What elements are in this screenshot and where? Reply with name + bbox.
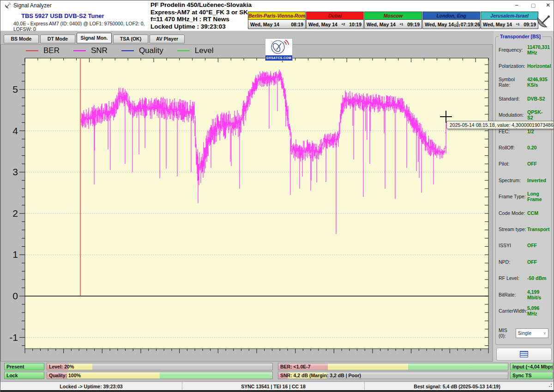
mis-dropdown-value: Single — [518, 330, 531, 336]
clock-date: Wed, May 14 — [483, 22, 512, 27]
mis-dropdown[interactable]: Single ∨ — [516, 328, 548, 338]
station-line-1: PF Prodelin 450/Lučenec-Slovakia — [151, 1, 259, 9]
status-badge-present: Present — [4, 363, 44, 370]
transponder-field: Polarization:Horizontal — [496, 58, 551, 74]
field-value: QPSK-S2 — [527, 109, 548, 120]
tab-signal-mon-[interactable]: Signal Mon. — [77, 33, 112, 43]
resize-grip[interactable] — [548, 383, 552, 388]
progress-bar: Quality: 100% — [47, 372, 273, 379]
clock-date: Wed, May 14 — [250, 22, 279, 27]
field-label: Pilot: — [499, 161, 527, 166]
field-label: Spectrum: — [499, 178, 527, 183]
field-value: 4,199 Mbit/s — [527, 289, 548, 300]
field-value: Long Frame — [527, 191, 548, 202]
transponder-groupbox-title: Transponder [BS] — [499, 34, 542, 39]
tab-tsa-ok-[interactable]: TSA (OK) — [113, 35, 148, 43]
legend-swatch-level — [177, 50, 190, 51]
field-value: Horizontal — [527, 63, 551, 69]
clock-utc-offset: +1 — [400, 23, 403, 26]
world-clocks: Berlin-Paris-Vienna-RomaWed, May 1408:19… — [248, 12, 539, 29]
transponder-field: Symbol Rate:4246,935 KS/s — [496, 74, 551, 90]
transponder-field: ISSYIOFF — [496, 238, 551, 254]
clock-city-label: Jerusalem-Israel — [481, 12, 538, 20]
signal-analyzer-window: Signal Analyzer – ▢ ✕ TBS 5927 USB DVB-S… — [0, 0, 554, 392]
clock-utc-offset: +2 — [342, 23, 345, 26]
status-badge-input-4-04-mbps-: Input (~4,04 Mbps) — [510, 363, 553, 370]
legend-label-level: Level — [195, 46, 214, 55]
field-label: Frame Type: — [499, 194, 527, 199]
legend-item-snr: SNR — [73, 46, 108, 55]
satellite-dish-icon — [535, 12, 553, 29]
transponder-field: Frame Type:Long Frame — [496, 189, 551, 205]
y-axis-label: 1 — [12, 249, 18, 260]
chart-value-tooltip: 2025-05-14 08.15.18, value: 4,3000001907… — [446, 121, 554, 129]
close-button[interactable]: ✕ — [541, 0, 554, 10]
legend-label-quality: Quality — [139, 46, 163, 55]
station-line-2: Express-AM7 at 40°E_FK 3 or SK — [151, 9, 259, 16]
progress-label: Quality: 100% — [49, 372, 81, 379]
progress-bar: SNR: 4,2 dB (Margin: 3,2 dB | Poor) — [278, 372, 508, 379]
progress-label: Level: 20% — [49, 363, 74, 370]
clock-city-label: London, Eng — [423, 12, 480, 20]
mis-row: MIS (0): Single ∨ — [499, 327, 548, 339]
field-value: -50 dBm — [527, 275, 546, 281]
tab-av-player[interactable]: AV Player — [150, 35, 185, 43]
field-value: OFF — [527, 259, 537, 265]
list-icon — [520, 351, 528, 357]
mode-tabs: BS ModeDT ModeSignal Mon.TSA (OK)AV Play… — [4, 33, 186, 43]
maximize-button[interactable]: ▢ — [526, 0, 541, 10]
tuner-name: TBS 5927 USB DVB-S2 Tuner — [0, 12, 149, 19]
mis-label: MIS (0): — [499, 327, 516, 339]
field-label: NPD: — [499, 259, 527, 265]
clock-city-label: Berlin-Paris-Vienna-Roma — [248, 12, 305, 20]
legend-label-snr: SNR — [91, 46, 108, 55]
field-label: CarrierWidth: — [499, 308, 527, 314]
progress-bar: BER: <1.0E-7 — [278, 363, 508, 370]
statusbar-lock-uptime: Locked -> Uptime: 39:23:03 — [0, 382, 182, 391]
field-label: Modulation: — [499, 112, 527, 118]
transponder-field: Stream type:Transport — [496, 221, 551, 237]
clock-date: Wed, May 14 — [367, 22, 396, 27]
field-value: OFF — [527, 243, 537, 248]
transponder-list-button[interactable] — [496, 348, 552, 361]
signal-chart[interactable]: 543210-1 — [0, 44, 493, 362]
transponder-groupbox: Transponder [BS] Frequency:11470,331 MHz… — [495, 36, 552, 345]
y-axis-label: 5 — [12, 84, 18, 95]
plot-area — [25, 58, 488, 349]
titlebar: Signal Analyzer – ▢ ✕ — [0, 0, 554, 11]
field-label: RollOff: — [499, 145, 527, 150]
field-label: Stream type: — [499, 226, 527, 232]
field-label: Standard: — [499, 96, 527, 101]
dxsatcs-dish-art — [265, 39, 292, 55]
statusbar-sync-counters: SYNC 13541 | TEI 16 | CC 18 — [182, 382, 365, 391]
transponder-field: Spectrum:Inverted — [496, 172, 551, 188]
status-badge-sync-ts: Sync TS — [510, 372, 553, 379]
clock-time-row: Wed, May 14+210:19 — [307, 20, 363, 29]
clock-time-value: 09:19 — [524, 22, 536, 27]
clock-1: Berlin-Paris-Vienna-RomaWed, May 1408:19 — [248, 12, 306, 29]
tab-bs-mode[interactable]: BS Mode — [4, 35, 39, 43]
statusbar-best-signal: Best signal: 5,4 dB (2025-05-13 14:19) — [365, 382, 549, 391]
progress-shine — [278, 363, 508, 367]
clock-time-row: Wed, May 1408:19 — [248, 20, 305, 29]
clock-time-value: 07:19:26 — [461, 22, 480, 27]
clock-time-row: Wed, May 14-1DST07:19:26 — [423, 20, 480, 29]
station-line-3: f=11 470 MHz_H : RT News — [151, 16, 259, 23]
transponder-field: Code Mode:CCM — [496, 205, 551, 221]
transponder-field: RF Level:-50 dBm — [496, 270, 551, 286]
transponder-field: Standard:DVB-S2 — [496, 90, 551, 107]
minimize-button[interactable]: – — [509, 0, 524, 10]
clock-city-label: Moscow — [365, 12, 422, 20]
transponder-field: CarrierWidth:5,096 MHz — [496, 303, 551, 319]
field-value: Inverted — [527, 178, 546, 183]
clock-date: Wed, May 14 — [425, 22, 454, 27]
y-axis-label: 2 — [12, 208, 18, 219]
tab-dt-mode[interactable]: DT Mode — [40, 35, 75, 43]
clock-date: Wed, May 14 — [308, 22, 337, 27]
field-value: Transport — [527, 226, 549, 232]
transponder-field: RollOff:0.20 — [496, 139, 551, 155]
y-axis-label: 0 — [12, 291, 18, 301]
transponder-field: BitRate:4,199 Mbit/s — [496, 286, 551, 303]
clock-4: London, EngWed, May 14-1DST07:19:26 — [422, 12, 480, 29]
field-value: DVB-S2 — [527, 96, 545, 101]
